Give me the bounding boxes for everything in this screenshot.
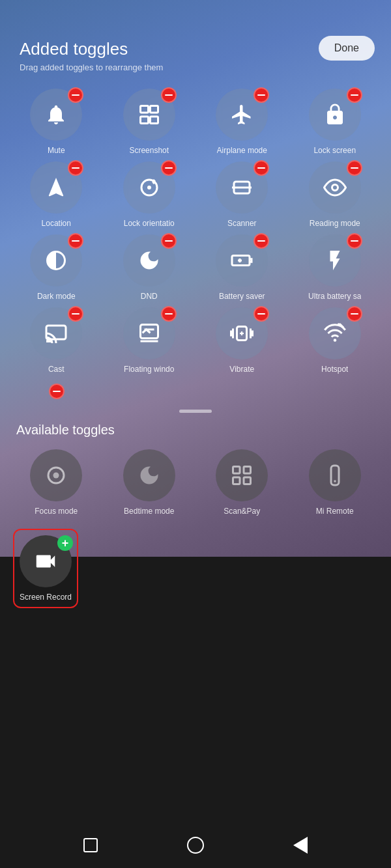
available-toggles-grid: Focus mode Bedtime mode	[13, 449, 378, 516]
bedtime-icon	[138, 464, 161, 487]
nav-bar	[0, 822, 391, 868]
partial-minus-1[interactable]	[49, 384, 65, 399]
minus-badge-airplane[interactable]	[253, 87, 269, 103]
toggle-darkmode-circle	[30, 234, 82, 287]
halfcircle-icon	[44, 249, 68, 272]
minus-badge-dnd[interactable]	[161, 233, 177, 249]
toggle-vibrate-label: Vibrate	[229, 365, 254, 374]
minus-badge-cast[interactable]	[68, 306, 83, 322]
toggle-darkmode[interactable]: Dark mode	[13, 234, 100, 301]
toggle-hotspot-circle	[309, 307, 361, 359]
minus-badge-screenshot[interactable]	[161, 87, 177, 103]
recents-icon	[83, 838, 98, 852]
avail-miremote[interactable]: Mi Remote	[292, 449, 379, 516]
battery-icon	[230, 249, 253, 272]
location-icon	[44, 176, 68, 199]
minus-badge-hotspot[interactable]	[347, 306, 362, 322]
screenshot-icon	[138, 103, 161, 126]
minus-badge-battery[interactable]	[253, 233, 269, 249]
toggle-hotspot-label: Hotspot	[321, 365, 348, 374]
minus-badge-ultrabattery[interactable]	[347, 233, 362, 249]
avail-bedtime-label: Bedtime mode	[124, 507, 174, 516]
svg-rect-2	[140, 117, 148, 124]
green-plus-badge: +	[57, 535, 73, 551]
toggle-lockorientation-label: Lock orientatio	[124, 219, 175, 228]
toggle-ultrabattery[interactable]: Ultra battery sa	[292, 234, 379, 301]
rotate-lock-icon	[138, 176, 161, 199]
miremote-icon	[323, 464, 347, 487]
toggle-scanner-label: Scanner	[227, 219, 257, 228]
toggle-mute[interactable]: Mute	[13, 89, 100, 155]
toggle-battery[interactable]: Battery saver	[199, 234, 285, 301]
available-title: Available toggles	[13, 423, 378, 438]
toggle-darkmode-label: Dark mode	[37, 292, 76, 301]
svg-point-8	[332, 185, 338, 191]
toggle-cast[interactable]: Cast	[13, 307, 100, 374]
toggle-dnd[interactable]: DND	[106, 234, 193, 301]
partial-item-1	[13, 384, 100, 403]
minus-badge-lockorientation[interactable]	[161, 160, 177, 176]
toggle-battery-circle	[216, 234, 268, 287]
back-button[interactable]	[293, 837, 308, 854]
home-icon	[187, 837, 204, 854]
screen-record-circle: +	[20, 535, 72, 587]
recents-button[interactable]	[83, 838, 98, 852]
toggle-screenshot-circle	[123, 89, 175, 141]
minus-badge-floating[interactable]	[161, 306, 177, 322]
toggle-lockscreen-label: Lock screen	[313, 146, 356, 155]
toggle-lockscreen-circle	[309, 89, 361, 141]
minus-badge-mute[interactable]	[68, 87, 83, 103]
done-button[interactable]: Done	[319, 36, 375, 61]
toggle-mute-label: Mute	[48, 146, 65, 155]
avail-scanpay[interactable]: Scan&Pay	[199, 449, 285, 516]
screen-record-container: + Screen Record	[13, 529, 378, 608]
toggle-cast-circle	[30, 307, 82, 359]
scanner-icon	[230, 176, 253, 199]
toggle-scanner-circle	[216, 161, 268, 214]
toggle-ultrabattery-circle	[309, 234, 361, 287]
lightning-icon	[323, 249, 347, 272]
toggle-scanner[interactable]: Scanner	[199, 161, 285, 228]
toggle-location[interactable]: Location	[13, 161, 100, 228]
toggle-lockorientation-circle	[123, 161, 175, 214]
airplane-icon	[230, 103, 253, 126]
home-button[interactable]	[187, 837, 204, 854]
avail-focus[interactable]: Focus mode	[13, 449, 100, 516]
avail-focus-label: Focus mode	[35, 507, 78, 516]
bell-icon	[44, 103, 68, 126]
focus-icon	[44, 464, 68, 487]
toggle-reading[interactable]: Reading mode	[292, 161, 379, 228]
svg-rect-33	[244, 477, 251, 484]
available-section: Available toggles Focus mode	[0, 423, 391, 608]
avail-bedtime-circle	[123, 449, 175, 501]
svg-rect-1	[150, 106, 158, 113]
toggle-hotspot[interactable]: Hotspot	[292, 307, 379, 374]
toggle-screenshot-label: Screenshot	[129, 146, 169, 155]
svg-point-25	[334, 339, 337, 342]
minus-badge-vibrate[interactable]	[253, 306, 269, 322]
toggle-lockorientation[interactable]: Lock orientatio	[106, 161, 193, 228]
toggle-ultrabattery-label: Ultra battery sa	[308, 292, 361, 301]
toggle-dnd-circle	[123, 234, 175, 287]
minus-badge-darkmode[interactable]	[68, 233, 83, 249]
screen-record-item[interactable]: + Screen Record	[13, 529, 78, 608]
drag-handle	[179, 410, 212, 413]
toggle-floating[interactable]: Floating windo	[106, 307, 193, 374]
toggle-vibrate[interactable]: Vibrate	[199, 307, 285, 374]
avail-bedtime[interactable]: Bedtime mode	[106, 449, 193, 516]
toggle-lockscreen[interactable]: Lock screen	[292, 89, 379, 155]
svg-rect-32	[233, 477, 240, 484]
svg-rect-31	[244, 467, 251, 474]
toggle-screenshot[interactable]: Screenshot	[106, 89, 193, 155]
toggle-airplane[interactable]: Airplane mode	[199, 89, 285, 155]
minus-badge-scanner[interactable]	[253, 160, 269, 176]
minus-badge-location[interactable]	[68, 160, 83, 176]
toggle-battery-label: Battery saver	[219, 292, 265, 301]
toggle-vibrate-circle	[216, 307, 268, 359]
minus-badge-lockscreen[interactable]	[347, 87, 362, 103]
toggle-mute-circle	[30, 89, 82, 141]
minus-badge-reading[interactable]	[347, 160, 362, 176]
added-subtitle: Drag added toggles to rearrange them	[20, 63, 371, 72]
toggle-floating-circle	[123, 307, 175, 359]
svg-point-5	[147, 186, 151, 189]
